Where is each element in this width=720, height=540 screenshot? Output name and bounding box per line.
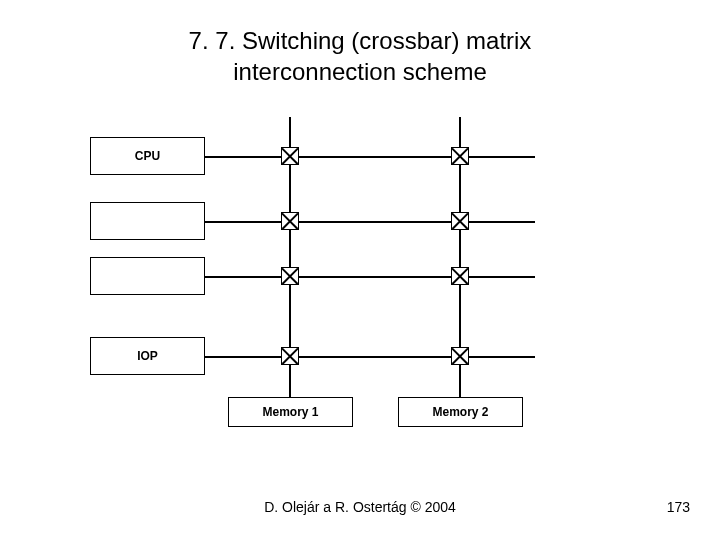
title-line-1: 7. 7. Switching (crossbar) matrix xyxy=(0,25,720,56)
col-label: Memory 2 xyxy=(432,405,488,419)
hline-3 xyxy=(205,276,535,278)
crosspoint-icon xyxy=(451,267,469,285)
row-box-3 xyxy=(90,257,205,295)
crosspoint-icon xyxy=(281,212,299,230)
hline-4 xyxy=(205,356,535,358)
crosspoint-icon xyxy=(281,347,299,365)
col-box-memory2: Memory 2 xyxy=(398,397,523,427)
crosspoint-icon xyxy=(451,147,469,165)
row-box-cpu: CPU xyxy=(90,137,205,175)
hline-1 xyxy=(205,156,535,158)
crossbar-diagram: CPU IOP Memory 1 Memory 2 xyxy=(0,87,720,447)
crosspoint-icon xyxy=(281,147,299,165)
page-title: 7. 7. Switching (crossbar) matrix interc… xyxy=(0,0,720,87)
row-label: IOP xyxy=(137,349,158,363)
crosspoint-icon xyxy=(451,347,469,365)
row-label: CPU xyxy=(135,149,160,163)
col-box-memory1: Memory 1 xyxy=(228,397,353,427)
row-box-iop: IOP xyxy=(90,337,205,375)
hline-2 xyxy=(205,221,535,223)
title-line-2: interconnection scheme xyxy=(0,56,720,87)
crosspoint-icon xyxy=(281,267,299,285)
page-number: 173 xyxy=(667,499,690,515)
footer-text: D. Olejár a R. Ostertág © 2004 xyxy=(0,499,720,515)
crosspoint-icon xyxy=(451,212,469,230)
row-box-2 xyxy=(90,202,205,240)
col-label: Memory 1 xyxy=(262,405,318,419)
